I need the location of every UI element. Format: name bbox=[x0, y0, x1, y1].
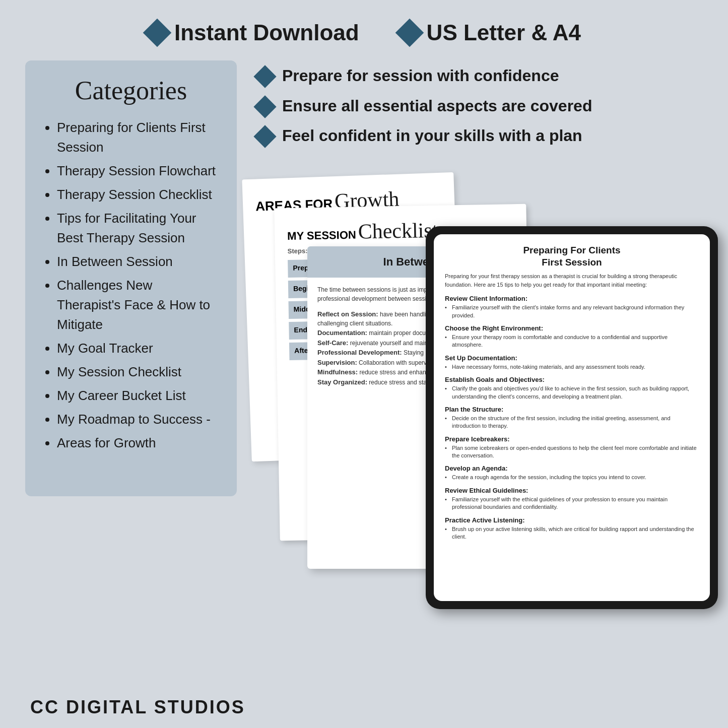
tablet-section-4: Establish Goals and Objectives: Clarify … bbox=[445, 376, 699, 401]
right-column: Prepare for session with confidence Ensu… bbox=[257, 60, 703, 687]
tablet-section-title-3: Set Up Documentation: bbox=[445, 354, 699, 362]
session-checklist-label: MY SESSION bbox=[287, 228, 356, 242]
tablet-section-1: Review Client Information: Familiarize y… bbox=[445, 295, 699, 319]
benefit-item-2: Ensure all essential aspects are covered bbox=[257, 96, 703, 117]
tablet-section-title-5: Plan the Structure: bbox=[445, 406, 699, 413]
categories-box: Categories Preparing for Clients First S… bbox=[25, 60, 237, 496]
list-item: My Roadmap to Success - bbox=[57, 410, 219, 429]
list-item: Tips for Facilitating Your Best Therapy … bbox=[57, 209, 219, 248]
tablet-doc-content: Preparing For Clients First Session Prep… bbox=[434, 234, 710, 556]
header-item-2: US Letter & A4 bbox=[400, 20, 581, 45]
list-item: My Goal Tracker bbox=[57, 339, 219, 358]
benefit-diamond-1 bbox=[253, 65, 276, 88]
categories-banner-svg bbox=[43, 456, 219, 481]
main-content: Categories Preparing for Clients First S… bbox=[0, 60, 728, 687]
tablet-section-2: Choose the Right Environment: Ensure you… bbox=[445, 324, 699, 349]
benefit-text-2: Ensure all essential aspects are covered bbox=[282, 96, 592, 117]
benefit-diamond-3 bbox=[253, 125, 276, 148]
documents-stack: AREAS FOR Growth MY SESSION Checklist St… bbox=[257, 176, 703, 589]
in-between-section-title-5: Supervision: bbox=[317, 359, 357, 366]
benefit-text-3: Feel confident in your skills with a pla… bbox=[282, 125, 582, 147]
tablet-section-5: Plan the Structure: Decide on the struct… bbox=[445, 406, 699, 430]
header-item-1: Instant Download bbox=[147, 20, 359, 45]
tablet-doc-intro: Preparing for your first therapy session… bbox=[445, 272, 699, 289]
tablet-bullet-5: Decide on the structure of the first ses… bbox=[445, 415, 699, 430]
header-text-1: Instant Download bbox=[174, 20, 359, 45]
tablet-section-6: Prepare Icebreakers: Plan some icebreake… bbox=[445, 435, 699, 460]
tablet-section-3: Set Up Documentation: Have necessary for… bbox=[445, 354, 699, 371]
footer: CC DIGITAL STUDIOS bbox=[0, 687, 728, 728]
tablet-section-title-2: Choose the Right Environment: bbox=[445, 324, 699, 332]
header-bar: Instant Download US Letter & A4 bbox=[0, 0, 728, 60]
tablet-bullet-4: Clarify the goals and objectives you'd l… bbox=[445, 385, 699, 401]
tablet-section-title-6: Prepare Icebreakers: bbox=[445, 435, 699, 443]
tablet-title-text: Preparing For Clients First Session bbox=[523, 245, 620, 268]
tablet-section-8: Review Ethical Guidelines: Familiarize y… bbox=[445, 487, 699, 511]
in-between-section-title-3: Self-Care: bbox=[317, 339, 348, 347]
list-item: Challenges New Therapist's Face & How to… bbox=[57, 276, 219, 335]
in-between-section-title-2: Documentation: bbox=[317, 329, 367, 337]
tablet-bullet-2: Ensure your therapy room is comfortable … bbox=[445, 334, 699, 349]
tablet-bullet-9: Brush up on your active listening skills… bbox=[445, 525, 699, 541]
tablet-bullet-3: Have necessary forms, note-taking materi… bbox=[445, 363, 699, 371]
tablet-section-title-9: Practice Active Listening: bbox=[445, 516, 699, 524]
list-item: My Session Checklist bbox=[57, 362, 219, 382]
in-between-section-title-7: Stay Organized: bbox=[317, 378, 367, 386]
category-list: Preparing for Clients First Session Ther… bbox=[43, 118, 219, 453]
left-column: Categories Preparing for Clients First S… bbox=[25, 60, 237, 687]
list-item: Therapy Session Checklist bbox=[57, 185, 219, 205]
benefit-item-1: Prepare for session with confidence bbox=[257, 65, 703, 87]
tablet-section-title-1: Review Client Information: bbox=[445, 295, 699, 302]
in-between-section-title-6: Mindfulness: bbox=[317, 368, 358, 376]
diamond-icon-1 bbox=[143, 19, 172, 47]
tablet-bullet-7: Create a rough agenda for the session, i… bbox=[445, 474, 699, 481]
header-text-2: US Letter & A4 bbox=[427, 20, 581, 45]
page-container: Instant Download US Letter & A4 Categori… bbox=[0, 0, 728, 728]
diamond-icon-2 bbox=[395, 19, 424, 47]
tablet-bullet-1: Familiarize yourself with the client's i… bbox=[445, 304, 699, 319]
benefits-section: Prepare for session with confidence Ensu… bbox=[257, 60, 703, 166]
list-item: In Between Session bbox=[57, 252, 219, 272]
tablet-section-title-8: Review Ethical Guidelines: bbox=[445, 487, 699, 494]
list-item: Areas for Growth bbox=[57, 433, 219, 453]
doc-tablet: Preparing For Clients First Session Prep… bbox=[426, 226, 718, 609]
tablet-section-title-4: Establish Goals and Objectives: bbox=[445, 376, 699, 383]
in-between-section-title-1: Reflect on Session: bbox=[317, 310, 378, 318]
list-item: My Career Bucket List bbox=[57, 386, 219, 406]
list-item: Therapy Session Flowchart bbox=[57, 161, 219, 181]
in-between-section-title-4: Professional Development: bbox=[317, 349, 402, 356]
svg-marker-0 bbox=[43, 458, 219, 480]
tablet-section-9: Practice Active Listening: Brush up on y… bbox=[445, 516, 699, 541]
brand-name: CC DIGITAL STUDIOS bbox=[30, 697, 245, 718]
tablet-bullet-8: Familiarize yourself with the ethical gu… bbox=[445, 496, 699, 511]
benefit-item-3: Feel confident in your skills with a pla… bbox=[257, 125, 703, 147]
tablet-doc-title: Preparing For Clients First Session bbox=[445, 244, 699, 269]
benefit-text-1: Prepare for session with confidence bbox=[282, 65, 559, 87]
tablet-section-title-7: Develop an Agenda: bbox=[445, 465, 699, 472]
list-item: Preparing for Clients First Session bbox=[57, 118, 219, 157]
benefit-diamond-2 bbox=[253, 95, 276, 118]
tablet-section-7: Develop an Agenda: Create a rough agenda… bbox=[445, 465, 699, 481]
tablet-bullet-6: Plan some icebreakers or open-ended ques… bbox=[445, 444, 699, 460]
tablet-screen: Preparing For Clients First Session Prep… bbox=[434, 234, 710, 601]
categories-title: Categories bbox=[43, 76, 219, 105]
